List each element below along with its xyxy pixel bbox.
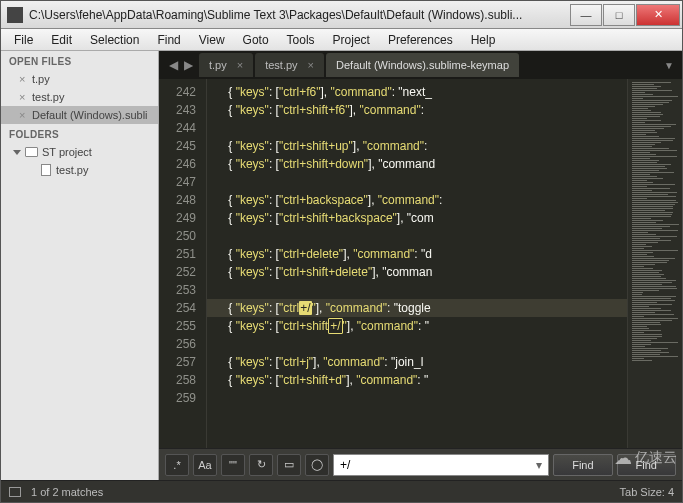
menu-selection[interactable]: Selection <box>81 31 148 49</box>
tab[interactable]: t.py× <box>199 53 253 77</box>
tab-overflow-icon[interactable]: ▼ <box>656 60 682 71</box>
maximize-button[interactable]: □ <box>603 4 635 26</box>
tab-label: test.py <box>265 59 297 71</box>
statusbar: 1 of 2 matches Tab Size: 4 <box>1 480 682 502</box>
menu-view[interactable]: View <box>190 31 234 49</box>
menu-help[interactable]: Help <box>462 31 505 49</box>
tab-close-icon[interactable]: × <box>237 59 243 71</box>
wrap-toggle[interactable]: ↻ <box>249 454 273 476</box>
menu-file[interactable]: File <box>5 31 42 49</box>
titlebar: C:\Users\fehe\AppData\Roaming\Sublime Te… <box>1 1 682 29</box>
close-icon[interactable]: × <box>19 91 27 103</box>
menubar: File Edit Selection Find View Goto Tools… <box>1 29 682 51</box>
tab-close-icon[interactable]: × <box>308 59 314 71</box>
folder-icon <box>25 147 38 157</box>
find-input[interactable]: +/▾ <box>333 454 549 476</box>
watermark: ☁亿速云 <box>614 447 677 469</box>
minimap[interactable] <box>627 79 682 448</box>
gutter: 2422432442452462472482492502512522532542… <box>159 79 207 448</box>
tab[interactable]: Default (Windows).sublime-keymap <box>326 53 519 77</box>
menu-find[interactable]: Find <box>148 31 189 49</box>
nav-forward-icon[interactable]: ▶ <box>184 58 193 72</box>
highlight-toggle[interactable]: ◯ <box>305 454 329 476</box>
tab-label: Default (Windows).sublime-keymap <box>336 59 509 71</box>
tabbar: ◀▶ t.py× test.py× Default (Windows).subl… <box>159 51 682 79</box>
case-toggle[interactable]: Aa <box>193 454 217 476</box>
app-icon <box>7 7 23 23</box>
minimize-button[interactable]: — <box>570 4 602 26</box>
open-file-item[interactable]: ×Default (Windows).subli <box>1 106 158 124</box>
menu-project[interactable]: Project <box>324 31 379 49</box>
menu-preferences[interactable]: Preferences <box>379 31 462 49</box>
open-file-label: test.py <box>32 91 64 103</box>
nav-back-icon[interactable]: ◀ <box>169 58 178 72</box>
menu-tools[interactable]: Tools <box>278 31 324 49</box>
find-input-value: +/ <box>340 458 350 472</box>
chevron-down-icon <box>13 150 21 155</box>
open-file-label: t.py <box>32 73 50 85</box>
open-file-item[interactable]: ×test.py <box>1 88 158 106</box>
menu-goto[interactable]: Goto <box>234 31 278 49</box>
close-icon[interactable]: × <box>19 109 27 121</box>
status-tabsize[interactable]: Tab Size: 4 <box>620 486 674 498</box>
folder-label: ST project <box>42 146 92 158</box>
tab[interactable]: test.py× <box>255 53 324 77</box>
find-panel: .* Aa "" ↻ ▭ ◯ +/▾ Find Find <box>159 448 682 480</box>
sidebar: OPEN FILES ×t.py ×test.py ×Default (Wind… <box>1 51 159 480</box>
dropdown-icon[interactable]: ▾ <box>536 458 542 472</box>
folder-item[interactable]: ST project <box>1 143 158 161</box>
open-file-item[interactable]: ×t.py <box>1 70 158 88</box>
regex-toggle[interactable]: .* <box>165 454 189 476</box>
file-item[interactable]: test.py <box>1 161 158 179</box>
panel-icon[interactable] <box>9 487 21 497</box>
open-files-header: OPEN FILES <box>1 51 158 70</box>
status-matches: 1 of 2 matches <box>31 486 103 498</box>
window-title: C:\Users\fehe\AppData\Roaming\Sublime Te… <box>29 8 569 22</box>
file-icon <box>41 164 51 176</box>
folders-header: FOLDERS <box>1 124 158 143</box>
wholeword-toggle[interactable]: "" <box>221 454 245 476</box>
code-content[interactable]: { "keys": ["ctrl+f6"], "command": "next_… <box>207 79 627 448</box>
open-file-label: Default (Windows).subli <box>32 109 148 121</box>
menu-edit[interactable]: Edit <box>42 31 81 49</box>
editor[interactable]: 2422432442452462472482492502512522532542… <box>159 79 682 448</box>
find-button[interactable]: Find <box>553 454 612 476</box>
tab-label: t.py <box>209 59 227 71</box>
file-label: test.py <box>56 164 88 176</box>
in-selection-toggle[interactable]: ▭ <box>277 454 301 476</box>
close-button[interactable]: ✕ <box>636 4 680 26</box>
close-icon[interactable]: × <box>19 73 27 85</box>
